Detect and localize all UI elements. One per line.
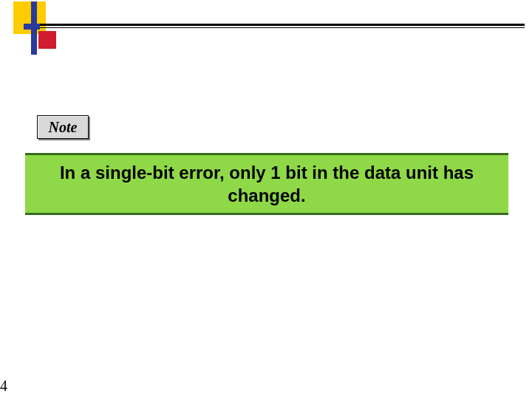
- banner-text: In a single-bit error, only 1 bit in the…: [35, 161, 498, 207]
- slide-header-decoration: [0, 0, 532, 66]
- horizontal-rule-thick: [37, 24, 525, 26]
- page-number: 4: [0, 378, 7, 395]
- horizontal-rule-thin: [37, 27, 525, 28]
- blue-horizontal-bar-icon: [24, 24, 40, 30]
- red-square-icon: [38, 31, 56, 49]
- note-box: Note: [37, 115, 89, 139]
- highlight-banner: In a single-bit error, only 1 bit in the…: [25, 153, 508, 215]
- note-label: Note: [49, 119, 78, 136]
